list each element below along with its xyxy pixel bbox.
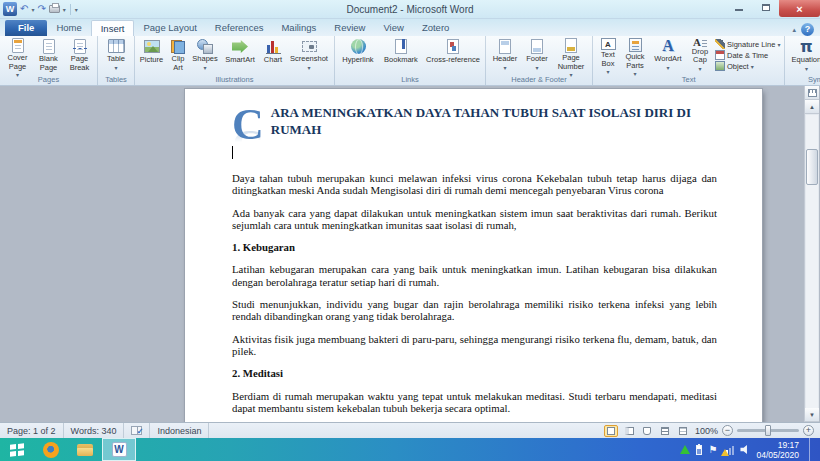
date-time-button[interactable]: Date & Time <box>715 50 780 60</box>
smartart-button[interactable]: SmartArt <box>220 37 260 73</box>
app-indicator-icon[interactable] <box>680 445 690 454</box>
print-preview-button[interactable] <box>49 5 60 13</box>
help-button[interactable]: ? <box>801 23 814 36</box>
paragraph: Berdiam di rumah merupakan waktu yang te… <box>232 390 717 415</box>
scroll-up-icon: ▲ <box>809 104 815 110</box>
proofing-status[interactable]: ✓ <box>124 423 150 438</box>
date-time-icon <box>715 50 725 60</box>
language-indicator[interactable]: Indonesian <box>150 423 209 438</box>
text-box-button[interactable]: A Text Box▾ <box>595 37 621 73</box>
tab-zotero[interactable]: Zotero <box>413 20 458 36</box>
dropdown-arrow-icon: ▾ <box>503 64 506 73</box>
ruler-icon <box>808 89 817 97</box>
picture-button[interactable]: Picture <box>137 37 166 73</box>
taskbar-firefox-button[interactable] <box>34 438 68 461</box>
dropdown-arrow-icon: ▾ <box>666 64 669 73</box>
show-desktop-button[interactable] <box>809 438 814 461</box>
zoom-slider-thumb[interactable] <box>765 425 771 436</box>
signature-line-button[interactable]: Signature Line ▾ <box>715 39 780 49</box>
start-button[interactable] <box>0 438 34 461</box>
view-outline-button[interactable] <box>658 425 672 437</box>
undo-dropdown-arrow-icon[interactable]: ▾ <box>31 6 34 13</box>
dropdown-arrow-icon: ▾ <box>698 65 701 74</box>
ribbon: Cover Page▾ Blank Page Page Break Pages … <box>0 36 820 86</box>
folder-icon <box>77 444 93 456</box>
ruler-toggle-button[interactable] <box>805 86 819 100</box>
view-web-layout-button[interactable] <box>640 425 654 437</box>
page-number-button[interactable]: Page Number▾ <box>552 37 590 73</box>
tab-mailings[interactable]: Mailings <box>272 20 325 36</box>
check-icon: ✓ <box>137 427 144 436</box>
zoom-out-button[interactable]: − <box>722 425 733 436</box>
page-break-icon <box>74 39 86 54</box>
header-button[interactable]: Header ▾ <box>488 37 522 73</box>
scroll-down-button[interactable]: ▼ <box>805 408 819 422</box>
tab-insert[interactable]: Insert <box>91 20 135 36</box>
paragraph: Latihan kebugaran merupakan cara yang ba… <box>232 263 717 288</box>
shapes-button[interactable]: Shapes ▾ <box>190 37 220 73</box>
bookmark-button[interactable]: Bookmark <box>379 37 423 73</box>
document-page[interactable]: C ARA MENINGKATKAN DAYA TAHAN TUBUH SAAT… <box>185 89 762 422</box>
hyperlink-button[interactable]: Hyperlink <box>337 37 379 73</box>
volume-icon[interactable] <box>740 445 750 455</box>
header-icon <box>499 39 511 54</box>
screen: W ↶ ▾ ↷ ▾ ▾ Document2 - Microsoft Word ×… <box>0 0 820 461</box>
view-full-screen-reading-button[interactable] <box>622 425 636 437</box>
wordart-button[interactable]: A WordArt ▾ <box>649 37 687 73</box>
battery-icon[interactable] <box>696 445 702 455</box>
dropdown-arrow-icon: ▾ <box>203 64 206 73</box>
word-app-icon: W <box>112 442 127 457</box>
zoom-level[interactable]: 100% <box>694 426 718 436</box>
close-button[interactable]: × <box>779 0 820 17</box>
restore-button[interactable] <box>752 0 779 15</box>
word-logo-icon: W <box>3 2 17 16</box>
taskbar-clock[interactable]: 19:17 04/05/2020 <box>756 440 803 460</box>
quick-parts-button[interactable]: Quick Parts▾ <box>621 37 649 73</box>
cross-reference-icon <box>447 39 459 54</box>
footer-button[interactable]: Footer ▾ <box>522 37 552 73</box>
minimize-button[interactable] <box>725 0 752 15</box>
dropdown-arrow-icon: ▾ <box>307 64 310 73</box>
action-center-flag-icon[interactable]: ⚑ <box>708 445 717 455</box>
tab-page-layout[interactable]: Page Layout <box>134 20 205 36</box>
view-print-layout-button[interactable] <box>604 425 618 437</box>
tab-file[interactable]: File <box>5 20 47 36</box>
customize-qat-button[interactable]: ▾ <box>75 6 78 13</box>
clip-art-button[interactable]: Clip Art <box>166 37 190 73</box>
ribbon-group-header-footer: Header ▾ Footer ▾ Page Number▾ Header & … <box>486 36 593 85</box>
redo-button[interactable]: ↷ <box>37 3 45 15</box>
cover-page-button[interactable]: Cover Page▾ <box>2 37 33 73</box>
tab-review[interactable]: Review <box>325 20 374 36</box>
quick-parts-icon <box>629 38 642 52</box>
network-icon[interactable] <box>723 445 734 455</box>
chart-button[interactable]: Chart <box>260 37 286 73</box>
tab-view[interactable]: View <box>374 20 412 36</box>
page-break-button[interactable]: Page Break <box>64 37 95 73</box>
drop-cap-icon: A <box>693 38 707 47</box>
blank-page-button[interactable]: Blank Page <box>33 37 64 73</box>
cross-reference-button[interactable]: Cross-reference <box>423 37 483 73</box>
zoom-in-button[interactable]: + <box>803 425 814 436</box>
zoom-slider[interactable] <box>737 429 799 432</box>
system-tray: ⚑ 19:17 04/05/2020 <box>680 438 820 461</box>
scrollbar-thumb[interactable] <box>806 149 818 185</box>
section-heading: 2. Meditasi <box>232 367 717 379</box>
drop-cap-button[interactable]: A Drop Cap▾ <box>687 37 713 73</box>
minimize-ribbon-button[interactable]: ▴ <box>792 26 796 34</box>
taskbar-file-explorer-button[interactable] <box>68 438 102 461</box>
table-button[interactable]: Table ▾ <box>100 37 132 73</box>
print-dropdown-arrow-icon[interactable]: ▾ <box>63 6 66 13</box>
tab-references[interactable]: References <box>206 20 273 36</box>
equation-button[interactable]: π Equation ▾ <box>787 37 820 73</box>
screenshot-button[interactable]: Screenshot▾ <box>286 37 332 73</box>
undo-button[interactable]: ↶ <box>20 3 28 15</box>
tab-home[interactable]: Home <box>47 20 90 36</box>
page-indicator[interactable]: Page: 1 of 2 <box>0 423 64 438</box>
object-button[interactable]: Object ▾ <box>715 61 780 71</box>
word-count[interactable]: Words: 340 <box>64 423 125 438</box>
taskbar-word-button[interactable]: W <box>102 438 136 461</box>
vertical-scrollbar[interactable]: ▲ ▼ <box>804 86 819 422</box>
scrollbar-track[interactable] <box>806 115 818 408</box>
scroll-up-button[interactable]: ▲ <box>805 100 819 114</box>
view-draft-button[interactable] <box>676 425 690 437</box>
